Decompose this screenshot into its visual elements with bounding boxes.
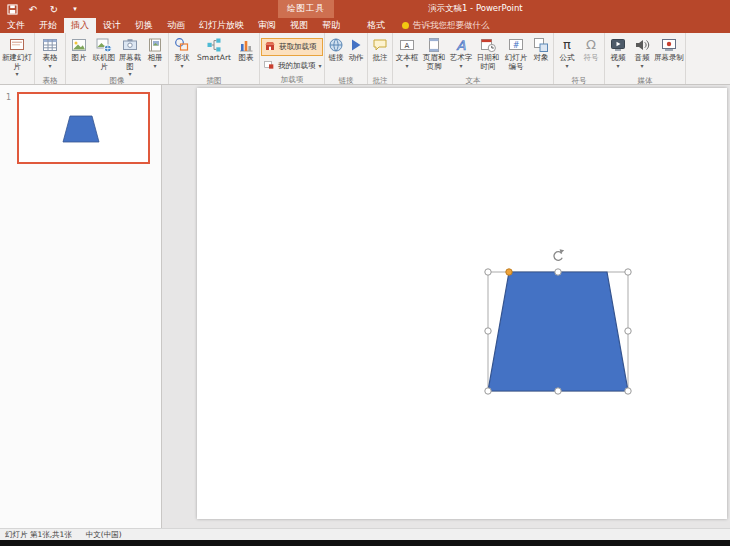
online-picture-icon (95, 36, 113, 54)
header-footer-icon (425, 36, 443, 54)
shape-adjust-handle[interactable] (506, 269, 512, 275)
resize-handle-top-left[interactable] (485, 269, 491, 275)
action-button[interactable]: 动作 (346, 34, 366, 75)
ribbon-group-illustrations: 形状 ▾ SmartArt 图表 插图 (169, 33, 260, 84)
svg-text:#: # (513, 41, 520, 50)
tab-format[interactable]: 格式 (360, 18, 392, 33)
resize-handle-top-center[interactable] (555, 269, 561, 275)
ribbon-group-slides: 新建幻灯片 ▾ (0, 33, 35, 84)
ribbon-tab-bar: 文件 开始 插入 设计 切换 动画 幻灯片放映 审阅 视图 帮助 格式 告诉我您… (0, 18, 730, 33)
quick-access-toolbar: ↶ ↻ ▾ (6, 0, 81, 18)
tab-file[interactable]: 文件 (0, 18, 32, 33)
drawing-tools-header: 绘图工具 (278, 0, 334, 18)
dropdown-arrow-icon: ▾ (153, 63, 156, 69)
window-title: 演示文稿1 - PowerPoint (428, 0, 523, 18)
screenshot-label: 屏幕截图 (117, 54, 143, 71)
save-button[interactable] (6, 2, 18, 16)
tab-slideshow[interactable]: 幻灯片放映 (192, 18, 251, 33)
online-pictures-label: 联机图片 (91, 54, 117, 71)
object-label: 对象 (530, 54, 552, 63)
lightbulb-icon (402, 22, 409, 29)
resize-handle-bottom-right[interactable] (625, 388, 631, 394)
object-icon (532, 36, 550, 54)
tell-me-box[interactable]: 告诉我您想要做什么 (402, 18, 490, 33)
dropdown-arrow-icon: ▾ (405, 63, 408, 69)
undo-button[interactable]: ↶ (27, 2, 39, 16)
qat-customize-button[interactable]: ▾ (69, 2, 81, 16)
save-icon (7, 4, 18, 15)
shapes-button[interactable]: 形状 ▾ (170, 34, 194, 75)
header-footer-button[interactable]: 页眉和页脚 (420, 34, 448, 75)
photo-album-button[interactable]: 相册 ▾ (143, 34, 167, 75)
trapezoid-shape[interactable] (488, 272, 628, 391)
resize-handle-bottom-center[interactable] (555, 388, 561, 394)
tab-review[interactable]: 审阅 (251, 18, 283, 33)
my-add-ins-label: 我的加载项 (278, 61, 316, 71)
table-icon (41, 36, 59, 54)
thumbnail-trapezoid (63, 116, 99, 142)
wordart-button[interactable]: A 艺术字 ▾ (448, 34, 474, 75)
group-label-table: 表格 (36, 75, 64, 84)
tab-design[interactable]: 设计 (96, 18, 128, 33)
table-button[interactable]: 表格 ▾ (36, 34, 64, 75)
comment-label: 批注 (369, 54, 391, 63)
online-pictures-button[interactable]: 联机图片 (91, 34, 117, 75)
smartart-button[interactable]: SmartArt (194, 34, 234, 75)
resize-handle-bottom-left[interactable] (485, 388, 491, 394)
tab-insert[interactable]: 插入 (64, 18, 96, 33)
photo-album-icon (146, 36, 164, 54)
new-slide-button[interactable]: 新建幻灯片 ▾ (1, 34, 33, 75)
my-add-ins-button[interactable]: 我的加载项 ▾ (261, 58, 323, 74)
store-icon (264, 40, 276, 54)
smartart-icon (205, 36, 223, 54)
tab-view[interactable]: 视图 (283, 18, 315, 33)
resize-handle-top-right[interactable] (625, 269, 631, 275)
pictures-button[interactable]: 图片 (67, 34, 91, 75)
screen-recording-button[interactable]: 屏幕录制 (654, 34, 684, 75)
tab-animations[interactable]: 动画 (160, 18, 192, 33)
ribbon-group-table: 表格 ▾ 表格 (35, 33, 66, 84)
group-label-addins: 加载项 (261, 74, 323, 84)
get-add-ins-label: 获取加载项 (279, 42, 317, 52)
group-label-text: 文本 (394, 75, 552, 84)
object-button[interactable]: 对象 (530, 34, 552, 75)
get-add-ins-button[interactable]: 获取加载项 (261, 38, 323, 56)
tab-home[interactable]: 开始 (32, 18, 64, 33)
resize-handle-middle-left[interactable] (485, 328, 491, 334)
redo-button[interactable]: ↻ (48, 2, 60, 16)
equation-button[interactable]: π 公式 ▾ (555, 34, 579, 75)
symbol-icon: Ω (582, 36, 600, 54)
link-button[interactable]: 链接 (326, 34, 346, 75)
status-language[interactable]: 中文(中国) (86, 530, 122, 540)
resize-handle-middle-right[interactable] (625, 328, 631, 334)
dropdown-arrow-icon: ▾ (180, 63, 183, 69)
audio-button[interactable]: 音频 ▾ (630, 34, 654, 75)
link-icon (327, 36, 345, 54)
slide-number-button[interactable]: # 幻灯片编号 (502, 34, 530, 75)
group-label-images: 图像 (67, 75, 167, 84)
comment-icon (371, 36, 389, 54)
date-time-button[interactable]: 日期和时间 (474, 34, 502, 75)
text-box-button[interactable]: A 文本框 ▾ (394, 34, 420, 75)
chart-button[interactable]: 图表 (234, 34, 258, 75)
slide-thumbnail[interactable] (17, 92, 150, 164)
slide-number-label: 幻灯片编号 (502, 54, 530, 71)
tab-transitions[interactable]: 切换 (128, 18, 160, 33)
picture-icon (70, 36, 88, 54)
screen-recording-label: 屏幕录制 (654, 54, 684, 63)
group-label-links: 链接 (326, 75, 366, 84)
slide-canvas[interactable] (197, 88, 727, 519)
symbol-label: 符号 (579, 54, 603, 63)
video-button[interactable]: 视频 ▾ (606, 34, 630, 75)
tab-help[interactable]: 帮助 (315, 18, 347, 33)
symbol-button[interactable]: Ω 符号 (579, 34, 603, 75)
comment-button[interactable]: 批注 (369, 34, 391, 75)
new-slide-icon (8, 36, 26, 54)
screenshot-button[interactable]: 屏幕截图 ▾ (117, 34, 143, 75)
status-bar: 幻灯片 第1张,共1张 中文(中国) (0, 528, 730, 540)
smartart-label: SmartArt (194, 54, 234, 63)
rotate-handle[interactable] (554, 249, 564, 260)
status-slide-info: 幻灯片 第1张,共1张 (5, 530, 72, 540)
pictures-label: 图片 (67, 54, 91, 63)
ribbon-group-text: A 文本框 ▾ 页眉和页脚 A 艺术字 ▾ (393, 33, 554, 84)
